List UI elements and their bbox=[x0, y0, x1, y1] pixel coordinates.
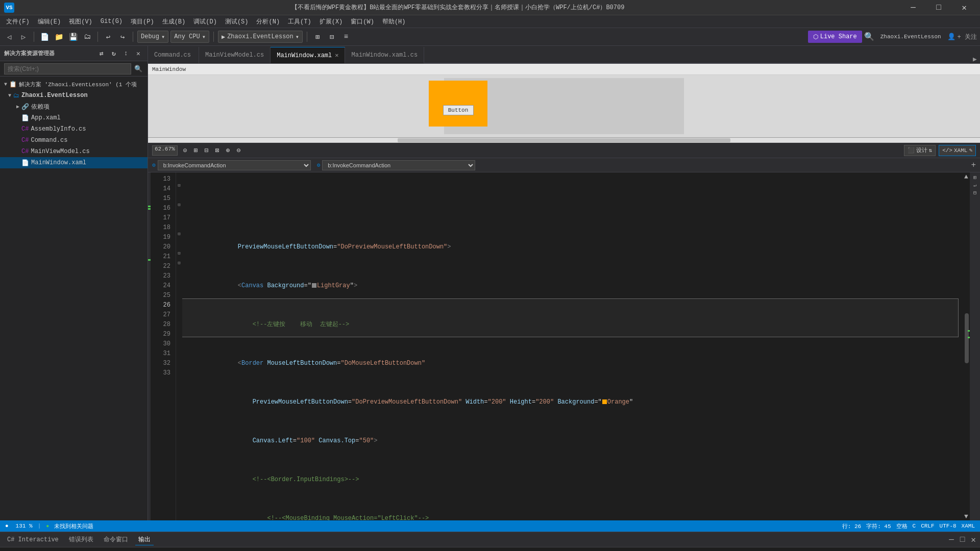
code-line-13: PreviewMouseLeftButtonDown="DoPreviewMou… bbox=[186, 233, 963, 242]
preview-scrollbar[interactable] bbox=[148, 138, 980, 143]
tree-mainwindow[interactable]: ▶ 📄 MainWindow.xaml bbox=[0, 157, 148, 168]
toolbar-back[interactable]: ◁ bbox=[3, 31, 15, 43]
tree-app-xaml[interactable]: ▶ 📄 App.xaml bbox=[0, 112, 148, 123]
scrollbar-track[interactable] bbox=[963, 181, 970, 512]
menu-extensions[interactable]: 扩展(X) bbox=[315, 16, 347, 27]
collapse-16[interactable]: ⊟ bbox=[176, 202, 182, 208]
zoom-fit[interactable]: ⊠ bbox=[213, 146, 222, 155]
zoom-dropdown[interactable]: 62.67% bbox=[152, 145, 178, 156]
run-button[interactable]: ▶ Zhaoxi.EventLesson ▾ bbox=[218, 31, 303, 43]
code-content[interactable]: PreviewMouseLeftButtonDown="DoPreviewMou… bbox=[182, 172, 963, 520]
design-button[interactable]: ⬛ 设计 ⇅ bbox=[904, 145, 936, 156]
tree-solution[interactable]: ▼ 📋 解决方案 'Zhaoxi.EventLesson' (1 个项 bbox=[0, 79, 148, 90]
tab-mainviewmodel-cs[interactable]: MainViewModel.cs bbox=[199, 47, 271, 63]
menu-window[interactable]: 窗口(W) bbox=[347, 16, 378, 27]
scroll-up-button[interactable]: ▲ bbox=[963, 172, 970, 181]
zoom-grid1[interactable]: ⊞ bbox=[191, 146, 201, 155]
tab-mainwindow-xaml[interactable]: MainWindow.xaml ✕ bbox=[271, 47, 345, 63]
zoom-grid2[interactable]: ⊟ bbox=[202, 146, 211, 155]
line-num-14: 14 bbox=[151, 184, 170, 194]
collapse-24[interactable]: ⊟ bbox=[176, 260, 182, 266]
search-icon[interactable]: 🔍 bbox=[133, 64, 143, 74]
live-share-button[interactable]: ⬡ Live Share bbox=[808, 31, 862, 43]
code-scope-left[interactable]: b:InvokeCommandAction bbox=[158, 160, 311, 170]
menu-project[interactable]: 项目(P) bbox=[127, 16, 158, 27]
word-wrap-icon[interactable]: ↵ bbox=[973, 182, 976, 188]
tree-assemblyinfo[interactable]: ▶ C# AssemblyInfo.cs bbox=[0, 123, 148, 135]
preview-button[interactable]: Button bbox=[443, 105, 474, 115]
bottom-tab-output[interactable]: 输出 bbox=[135, 534, 154, 545]
sidebar-sync[interactable]: ⇄ bbox=[96, 48, 107, 59]
right-edge-icons: ⊞ ↵ ⊟ bbox=[970, 172, 980, 520]
panel-maximize[interactable]: □ bbox=[960, 535, 965, 544]
line-num-20: 20 bbox=[151, 242, 170, 252]
bottom-tab-command[interactable]: 命令窗口 bbox=[101, 534, 131, 545]
panel-minimize[interactable]: — bbox=[949, 535, 954, 544]
add-code-tab[interactable]: + bbox=[971, 161, 976, 170]
menu-view[interactable]: 视图(V) bbox=[65, 16, 96, 27]
toolbar-undo[interactable]: ↩ bbox=[102, 31, 114, 43]
username-label: Zhaoxi.EventLesson bbox=[880, 34, 941, 40]
toolbar-open[interactable]: 📁 bbox=[53, 31, 65, 43]
panel-close[interactable]: ✕ bbox=[971, 535, 976, 545]
tab-scroll-right[interactable]: ▶ bbox=[970, 55, 980, 63]
minimap-mark-2 bbox=[968, 337, 970, 338]
toolbar-newfile[interactable]: 📄 bbox=[38, 31, 51, 43]
tab-mainwindow-xaml-cs[interactable]: MainWindow.xaml.cs bbox=[345, 47, 424, 63]
line-num-15: 15 bbox=[151, 194, 170, 204]
bottom-tab-errors[interactable]: 错误列表 bbox=[66, 534, 96, 545]
tree-command[interactable]: ▶ C# Command.cs bbox=[0, 135, 148, 146]
platform-dropdown[interactable]: Any CPU ▾ bbox=[170, 31, 209, 43]
zoom-reset[interactable]: ⊙ bbox=[181, 146, 190, 155]
menu-debug[interactable]: 调试(D) bbox=[189, 16, 221, 27]
minimize-button[interactable]: — bbox=[901, 0, 925, 15]
menu-build[interactable]: 生成(B) bbox=[158, 16, 190, 27]
preview-title: MainWindow bbox=[148, 64, 980, 75]
menu-edit[interactable]: 编辑(E) bbox=[34, 16, 65, 27]
menu-test[interactable]: 测试(S) bbox=[221, 16, 253, 27]
code-line-16: <Border MouseLeftButtonDown="DoMouseLeft… bbox=[186, 349, 963, 359]
zoom-in[interactable]: ⊕ bbox=[224, 146, 233, 155]
collapse-19[interactable]: ⊟ bbox=[176, 231, 182, 237]
search-input[interactable] bbox=[4, 63, 131, 74]
scroll-down-button[interactable]: ▼ bbox=[963, 512, 970, 520]
line-num-13: 13 bbox=[151, 174, 170, 184]
tree-project[interactable]: ▼ 🗂 Zhaoxi.EventLesson bbox=[0, 90, 148, 101]
tab-command-cs[interactable]: Command.cs bbox=[148, 47, 199, 63]
xaml-button[interactable]: </> XAML ✎ bbox=[939, 145, 976, 156]
menu-file[interactable]: 文件(F) bbox=[2, 16, 34, 27]
toolbar-saveall[interactable]: 🗂 bbox=[81, 31, 93, 43]
sidebar-refresh[interactable]: ↻ bbox=[109, 48, 119, 59]
collapse-14[interactable]: ⊟ bbox=[176, 182, 182, 188]
zoom-out[interactable]: ⊖ bbox=[234, 146, 243, 155]
menu-help[interactable]: 帮助(H) bbox=[378, 16, 410, 27]
code-scope-right[interactable]: b:InvokeCommandAction bbox=[322, 160, 475, 170]
right-scrollbar[interactable]: ▲ ▼ bbox=[963, 172, 970, 520]
outline-icon[interactable]: ⊟ bbox=[973, 190, 976, 196]
follow-button[interactable]: 👤 + 关注 bbox=[947, 33, 977, 41]
search-button[interactable]: 🔍 bbox=[864, 32, 874, 42]
maximize-button[interactable]: □ bbox=[927, 0, 950, 15]
bottom-tab-interactive[interactable]: C# Interactive bbox=[4, 535, 62, 544]
toolbar-extra-1[interactable]: ⊞ bbox=[311, 31, 324, 43]
menu-tools[interactable]: 工具(T) bbox=[284, 16, 315, 27]
tree-dependencies[interactable]: ▶ 🔗 依赖项 bbox=[0, 101, 148, 112]
close-button[interactable]: ✕ bbox=[952, 0, 976, 15]
toolbar-save[interactable]: 💾 bbox=[67, 31, 79, 43]
toolbar-extra-3[interactable]: ≡ bbox=[340, 31, 352, 43]
toolbar-forward[interactable]: ▷ bbox=[17, 31, 30, 43]
tree-mainviewmodel[interactable]: ▶ C# MainViewModel.cs bbox=[0, 146, 148, 157]
menu-git[interactable]: Git(G) bbox=[96, 17, 127, 26]
toolbar-redo[interactable]: ↪ bbox=[116, 31, 129, 43]
split-view-icon[interactable]: ⊞ bbox=[973, 174, 976, 181]
toolbar-extra-2[interactable]: ⊟ bbox=[326, 31, 338, 43]
sidebar-collapse[interactable]: ↕ bbox=[121, 48, 131, 59]
debug-dropdown[interactable]: Debug ▾ bbox=[137, 31, 168, 43]
menu-analyze[interactable]: 分析(N) bbox=[252, 16, 284, 27]
sidebar-close[interactable]: ✕ bbox=[133, 48, 143, 59]
close-tab-mainwindow[interactable]: ✕ bbox=[335, 52, 338, 59]
editor-area: Command.cs MainViewModel.cs MainWindow.x… bbox=[148, 46, 980, 520]
code-line-14: <Canvas Background="LightGray"> bbox=[186, 271, 963, 281]
zoom-bar: 62.67% ⊙ ⊞ ⊟ ⊠ ⊕ ⊖ ⬛ 设计 ⇅ </> XAML ✎ bbox=[148, 143, 980, 158]
collapse-23[interactable]: ⊟ bbox=[176, 250, 182, 256]
